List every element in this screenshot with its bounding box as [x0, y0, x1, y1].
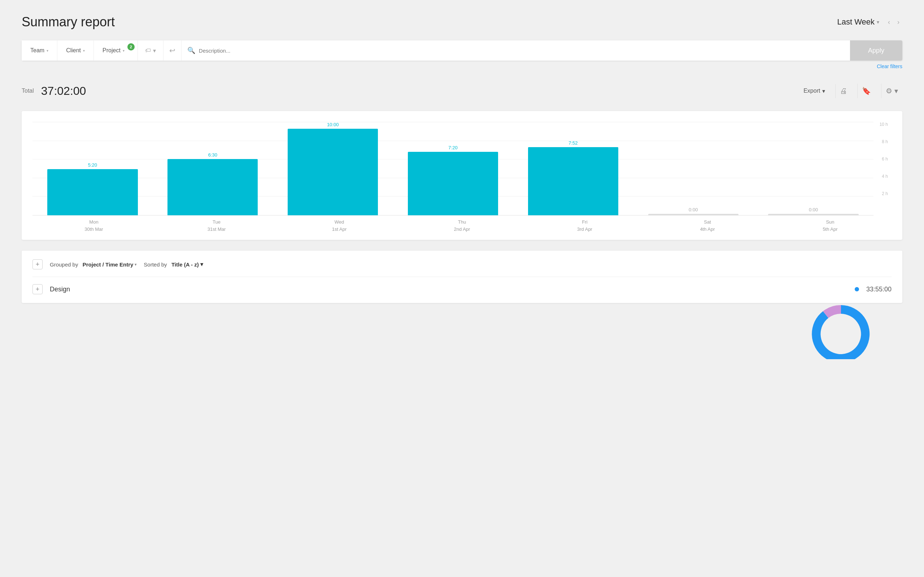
- export-button[interactable]: Export ▾: [799, 85, 829, 97]
- chart-day-label: Thu2nd Apr: [401, 219, 523, 233]
- chevron-down-icon: ▾: [135, 263, 136, 266]
- bar: [288, 129, 378, 215]
- chevron-down-icon: ▾: [153, 47, 156, 54]
- chart-bar-col: 0:00: [633, 207, 753, 215]
- bookmark-button[interactable]: 🔖: [857, 84, 875, 98]
- y-axis-label: 2 h: [874, 191, 888, 196]
- billable-filter-button[interactable]: ↩: [163, 40, 181, 61]
- sorted-by-label: Sorted by Title (A - z) ▾: [144, 261, 203, 268]
- chart-bar-col: 5:20: [32, 162, 153, 215]
- grid-line: [32, 122, 874, 122]
- clear-filters-button[interactable]: Clear filters: [877, 62, 902, 71]
- chevron-down-icon: ▾: [123, 49, 124, 53]
- page-title: Summary report: [22, 15, 115, 29]
- y-axis-label: 8 h: [874, 139, 888, 144]
- export-label: Export: [803, 88, 820, 94]
- next-period-button[interactable]: ›: [894, 17, 902, 27]
- project-time: 33:55:00: [866, 285, 892, 293]
- bar: [528, 147, 618, 215]
- chart-day-label: Mon30th Mar: [32, 219, 155, 233]
- client-filter-button[interactable]: Client ▾: [57, 40, 94, 61]
- search-input[interactable]: [199, 48, 844, 54]
- project-name: Design: [50, 285, 848, 293]
- chart-day-label: Fri3rd Apr: [523, 219, 646, 233]
- clear-filters-row: Clear filters: [22, 62, 902, 71]
- chevron-down-icon: ▾: [200, 261, 203, 268]
- total-time: 37:02:00: [41, 84, 86, 98]
- y-axis-label: 6 h: [874, 156, 888, 161]
- y-axis-label: 4 h: [874, 174, 888, 179]
- bar-value: 6:30: [208, 152, 217, 158]
- add-grouping-button[interactable]: +: [32, 259, 43, 269]
- tags-icon: 🏷: [145, 47, 151, 54]
- chart-card: 5:206:3010:007:207:520:000:00 2 h4 h6 h8…: [22, 111, 902, 240]
- chevron-down-icon: ▾: [83, 49, 85, 53]
- bar: [768, 214, 858, 215]
- page-header: Summary report Last Week ▾ ‹ ›: [22, 15, 902, 29]
- chart-bar-col: 10:00: [273, 122, 393, 215]
- grouped-by-label: Grouped by Project / Time Entry ▾: [50, 261, 136, 268]
- team-filter-label: Team: [30, 47, 44, 54]
- divider: [32, 277, 892, 277]
- search-icon: 🔍: [187, 47, 195, 55]
- chart-day-labels: Mon30th MarTue31st MarWed1st AprThu2nd A…: [32, 219, 892, 233]
- chart-day-label: Sun5th Apr: [769, 219, 892, 233]
- project-filter-label: Project: [102, 47, 121, 54]
- bar-value: 10:00: [327, 122, 339, 127]
- gear-icon: ⚙: [886, 87, 892, 95]
- filter-bar: Team ▾ Client ▾ Project ▾ 2 🏷 ▾ ↩ 🔍 Appl…: [22, 40, 902, 61]
- total-right: Export ▾ 🖨 🔖 ⚙ ▾: [799, 84, 902, 98]
- date-nav-arrows: ‹ ›: [885, 17, 902, 27]
- bar-value: 0:00: [689, 207, 698, 213]
- chevron-down-icon: ▾: [894, 87, 898, 95]
- y-axis-label: 10 h: [874, 122, 888, 127]
- prev-period-button[interactable]: ‹: [885, 17, 893, 27]
- bar-value: 7:20: [448, 145, 457, 150]
- bookmark-icon: 🔖: [862, 87, 871, 95]
- chevron-down-icon: ▾: [47, 49, 48, 53]
- chart-bar-col: 6:30: [153, 152, 273, 215]
- project-rows: +Design33:55:00: [32, 284, 892, 294]
- chart-day-label: Sat4th Apr: [646, 219, 769, 233]
- client-filter-label: Client: [66, 47, 81, 54]
- project-badge-count: 2: [128, 43, 135, 50]
- total-left: Total 37:02:00: [22, 84, 86, 98]
- filter-group: Team ▾ Client ▾ Project ▾ 2 🏷 ▾ ↩ 🔍: [22, 40, 850, 61]
- bar: [47, 169, 137, 215]
- search-area: 🔍: [181, 40, 850, 61]
- print-button[interactable]: 🖨: [835, 84, 851, 98]
- print-icon: 🖨: [840, 87, 847, 95]
- sorted-by-dropdown[interactable]: Title (A - z) ▾: [168, 261, 203, 268]
- chevron-down-icon: ▾: [877, 19, 879, 25]
- chart-bar-col: 7:52: [513, 140, 633, 215]
- project-color-dot: [855, 287, 859, 292]
- bottom-section: + Grouped by Project / Time Entry ▾ Sort…: [22, 251, 902, 303]
- chart-y-axis: 2 h4 h6 h8 h10 h: [874, 122, 892, 216]
- total-label: Total: [22, 88, 34, 94]
- total-bar: Total 37:02:00 Export ▾ 🖨 🔖 ⚙ ▾: [22, 78, 902, 104]
- date-range-selector[interactable]: Last Week ▾: [837, 17, 879, 27]
- chart-bars-area: 5:206:3010:007:207:520:000:00: [32, 122, 874, 216]
- bar: [648, 214, 738, 215]
- bar-value: 5:20: [88, 162, 97, 168]
- bar: [168, 159, 258, 215]
- chart-bar-col: 0:00: [753, 207, 874, 215]
- chart-day-label: Wed1st Apr: [278, 219, 401, 233]
- grouping-bar: + Grouped by Project / Time Entry ▾ Sort…: [32, 259, 892, 269]
- bar-value: 0:00: [809, 207, 818, 213]
- bar-value: 7:52: [569, 140, 577, 146]
- bar: [408, 152, 498, 215]
- project-filter-button[interactable]: Project ▾ 2: [94, 40, 138, 61]
- team-filter-button[interactable]: Team ▾: [22, 40, 57, 61]
- grouped-by-dropdown[interactable]: Project / Time Entry ▾: [80, 261, 137, 268]
- project-row: +Design33:55:00: [32, 284, 892, 294]
- chart-bar-col: 7:20: [393, 145, 513, 215]
- settings-button[interactable]: ⚙ ▾: [881, 84, 902, 98]
- chevron-down-icon: ▾: [822, 88, 825, 95]
- tags-filter-button[interactable]: 🏷 ▾: [138, 40, 163, 61]
- expand-project-button[interactable]: +: [32, 284, 43, 294]
- billable-icon: ↩: [169, 46, 175, 55]
- donut-chart: [801, 294, 881, 361]
- apply-button[interactable]: Apply: [850, 40, 902, 61]
- chart-day-label: Tue31st Mar: [155, 219, 278, 233]
